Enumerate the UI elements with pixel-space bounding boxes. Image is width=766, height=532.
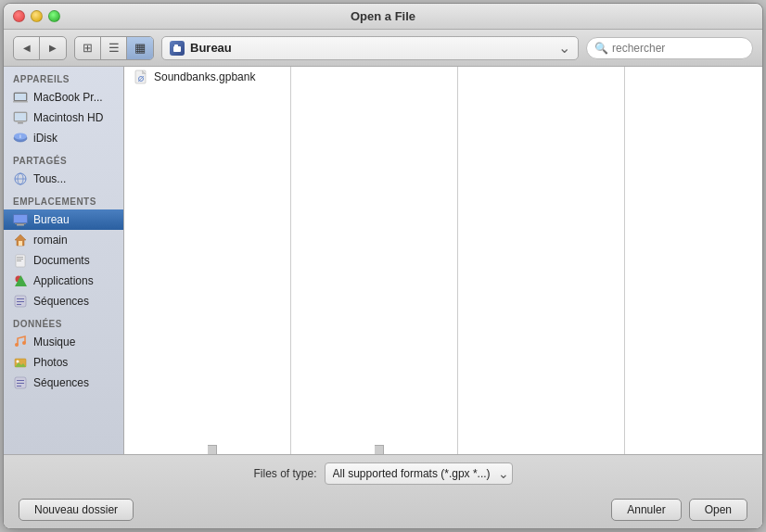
location-dropdown-arrow[interactable]: ⌄ — [558, 39, 570, 57]
svg-rect-38 — [17, 383, 24, 384]
sidebar-label-sequences-donnees: Séquences — [33, 376, 89, 389]
sidebar-label-macbook: MacBook Pr... — [33, 91, 103, 104]
sidebar-item-macbook[interactable]: MacBook Pr... — [4, 87, 123, 108]
sidebar-item-macintosh[interactable]: Macintosh HD — [4, 108, 123, 128]
window: Open a File ◀ ▶ ⊞ ☰ ▦ — [3, 3, 763, 529]
main-content: APPAREILS MacBook Pr... — [4, 67, 762, 454]
svg-rect-24 — [17, 260, 21, 261]
svg-rect-28 — [17, 298, 24, 299]
column-resizer-2[interactable] — [375, 445, 384, 454]
svg-rect-22 — [17, 257, 23, 258]
back-button[interactable]: ◀ — [14, 37, 40, 59]
file-item-soundbanks[interactable]: Soundbanks.gpbank — [124, 67, 290, 87]
file-type-select-wrapper[interactable]: All supported formats (*.gpx *...) Guita… — [325, 462, 513, 485]
btn-right-group: Annuler Open — [611, 499, 747, 521]
file-name-soundbanks: Soundbanks.gpbank — [154, 70, 255, 83]
sidebar-label-tous: Tous... — [33, 172, 66, 185]
applications-icon — [13, 273, 28, 288]
svg-rect-37 — [17, 380, 24, 381]
section-header-donnees: DONNÉES — [4, 311, 123, 332]
sidebar-item-romain[interactable]: romain — [4, 230, 123, 250]
sidebar-item-tous[interactable]: Tous... — [4, 169, 123, 189]
new-folder-button[interactable]: Nouveau dossier — [19, 499, 134, 521]
minimize-button[interactable] — [31, 10, 43, 22]
svg-rect-8 — [16, 121, 25, 122]
svg-rect-18 — [15, 223, 26, 224]
file-browser: Soundbanks.gpbank — [124, 67, 762, 454]
location-label: Bureau — [190, 41, 553, 55]
home-icon — [13, 233, 28, 247]
sidebar-label-musique: Musique — [33, 336, 75, 348]
view-button-group: ⊞ ☰ ▦ — [74, 36, 154, 60]
sidebar-item-applications[interactable]: Applications — [4, 271, 123, 291]
sidebar-label-romain: romain — [33, 234, 68, 247]
sidebar-item-sequences-donnees[interactable]: Séquences — [4, 373, 123, 393]
browser-column-2 — [291, 67, 458, 454]
bottom-bar: Files of type: All supported formats (*.… — [4, 454, 762, 528]
file-type-label: Files of type: — [253, 467, 316, 480]
forward-button[interactable]: ▶ — [40, 37, 66, 59]
titlebar: Open a File — [4, 4, 762, 30]
section-header-partages: PARTAGÉS — [4, 148, 123, 169]
sidebar-item-sequences[interactable]: Séquences — [4, 291, 123, 311]
sidebar-item-idisk[interactable]: i iDisk — [4, 128, 123, 148]
macbook-icon — [13, 90, 28, 105]
documents-icon — [13, 253, 28, 268]
traffic-lights — [13, 10, 60, 22]
browser-column-3 — [458, 67, 625, 454]
music-icon — [13, 335, 28, 349]
sidebar-item-bureau[interactable]: Bureau — [4, 209, 123, 230]
location-icon — [170, 41, 185, 56]
sidebar-label-photos: Photos — [33, 356, 68, 369]
section-header-appareils: APPAREILS — [4, 67, 123, 87]
svg-rect-30 — [17, 304, 21, 305]
browser-column-1: Soundbanks.gpbank — [124, 67, 291, 454]
search-input[interactable] — [612, 42, 745, 55]
svg-rect-1 — [174, 44, 178, 47]
sidebar-label-sequences-emplacements: Séquences — [33, 295, 89, 308]
desktop-icon — [13, 212, 28, 227]
list-icon: ☰ — [109, 41, 120, 55]
sidebar-item-documents[interactable]: Documents — [4, 250, 123, 271]
svg-rect-29 — [17, 301, 24, 302]
buttons-row: Nouveau dossier Annuler Open — [4, 492, 762, 529]
sidebar-label-idisk: iDisk — [33, 132, 57, 145]
view-icon-button[interactable]: ⊞ — [75, 37, 101, 59]
sidebar-label-documents: Documents — [33, 254, 90, 267]
svg-rect-6 — [15, 113, 26, 120]
svg-rect-4 — [13, 101, 28, 103]
back-icon: ◀ — [23, 43, 31, 53]
view-list-button[interactable]: ☰ — [101, 37, 127, 59]
network-icon — [13, 171, 28, 186]
sequences-icon — [13, 294, 28, 309]
svg-rect-7 — [18, 122, 23, 124]
photos-icon — [13, 355, 28, 370]
location-bar[interactable]: Bureau ⌄ — [161, 36, 579, 60]
sequences2-icon — [13, 375, 28, 390]
maximize-button[interactable] — [48, 10, 60, 22]
view-column-button[interactable]: ▦ — [127, 37, 153, 59]
column-resizer-1[interactable] — [208, 445, 217, 454]
svg-point-34 — [17, 361, 19, 363]
cancel-button[interactable]: Annuler — [611, 499, 681, 521]
sidebar-label-applications: Applications — [33, 274, 94, 287]
macintosh-icon — [13, 110, 28, 125]
search-icon: 🔍 — [594, 42, 608, 55]
column-icon: ▦ — [134, 41, 146, 55]
browser-column-4 — [625, 67, 762, 454]
nav-button-group: ◀ ▶ — [13, 36, 67, 60]
search-box[interactable]: 🔍 — [586, 37, 753, 59]
sidebar-item-photos[interactable]: Photos — [4, 352, 123, 373]
grid-icon: ⊞ — [83, 41, 93, 55]
sidebar-label-macintosh: Macintosh HD — [33, 111, 103, 124]
svg-point-31 — [15, 343, 19, 347]
close-button[interactable] — [13, 10, 25, 22]
svg-rect-3 — [15, 94, 26, 100]
file-type-select[interactable]: All supported formats (*.gpx *...) Guita… — [325, 462, 513, 485]
svg-rect-23 — [17, 259, 23, 260]
sidebar-item-musique[interactable]: Musique — [4, 332, 123, 352]
section-header-emplacements: EMPLACEMENTS — [4, 189, 123, 209]
file-type-row: Files of type: All supported formats (*.… — [4, 455, 762, 492]
open-button[interactable]: Open — [689, 499, 747, 521]
forward-icon: ▶ — [49, 43, 57, 53]
